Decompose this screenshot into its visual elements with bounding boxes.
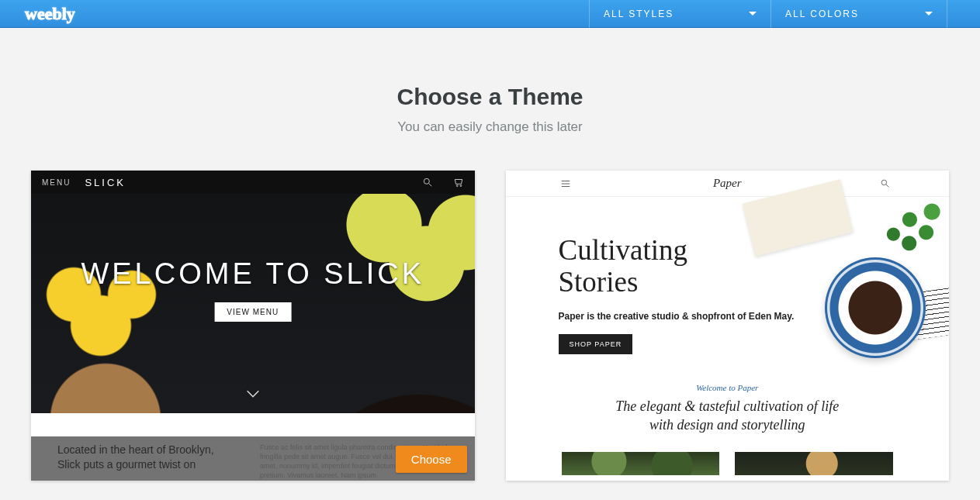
svg-point-0 xyxy=(424,178,429,184)
page-heading: Choose a Theme You can easily change thi… xyxy=(0,84,980,135)
slick-preview-hero: MENU SLICK WELCOME TO SLICK VIEW MENU xyxy=(31,171,475,413)
caret-down-icon xyxy=(925,12,933,16)
paper-preview-mid: Welcome to Paper The elegant & tasteful … xyxy=(506,383,950,435)
styles-dropdown[interactable]: ALL STYLES xyxy=(589,0,770,28)
svg-line-1 xyxy=(428,184,431,187)
paper-thumb-2 xyxy=(735,452,893,475)
paper-welcome: Welcome to Paper xyxy=(506,383,950,392)
caret-down-icon xyxy=(749,12,757,16)
page-subtitle: You can easily change this later xyxy=(0,119,980,135)
paper-shop-button: SHOP PAPER xyxy=(559,334,633,354)
colors-dropdown-label: ALL COLORS xyxy=(785,9,859,19)
paper-preview-thumbs xyxy=(506,452,950,475)
top-bar: weebly ALL STYLES ALL COLORS xyxy=(0,0,980,28)
paper-blurb: The elegant & tasteful cultivation of li… xyxy=(506,397,950,435)
slick-preview-nav: MENU SLICK xyxy=(31,171,475,194)
svg-point-3 xyxy=(460,185,462,187)
paper-preview-hero: Cultivating Stories Paper is the creativ… xyxy=(506,197,950,383)
slick-brand: SLICK xyxy=(85,177,126,188)
paper-brand: Paper xyxy=(713,177,742,190)
hamburger-icon xyxy=(560,178,571,189)
brand-logo[interactable]: weebly xyxy=(25,4,75,24)
svg-line-8 xyxy=(886,184,888,187)
styles-dropdown-label: ALL STYLES xyxy=(604,9,674,19)
slick-lower-headline: Located in the heart of Brooklyn, Slick … xyxy=(31,436,254,481)
theme-card-slick[interactable]: MENU SLICK WELCOME TO SLICK VIEW MENU Lo… xyxy=(31,171,475,481)
choose-button[interactable]: Choose xyxy=(396,446,467,473)
chevron-down-icon xyxy=(244,385,261,402)
paper-hero-line2: Stories xyxy=(559,266,639,298)
colors-dropdown[interactable]: ALL COLORS xyxy=(770,0,947,28)
slick-hero-title: WELCOME TO SLICK xyxy=(31,257,475,291)
slick-preview-divider xyxy=(31,413,475,436)
svg-point-7 xyxy=(881,180,887,185)
paper-preview-nav: Paper xyxy=(506,171,950,197)
cart-icon xyxy=(453,177,464,188)
paper-thumb-1 xyxy=(562,452,720,475)
theme-card-paper[interactable]: Paper Cultivating Stories Paper is the c… xyxy=(506,171,950,481)
paper-blurb-line1: The elegant & tasteful cultivation of li… xyxy=(615,398,839,414)
paper-hero-line1: Cultivating xyxy=(559,234,688,266)
theme-gallery: MENU SLICK WELCOME TO SLICK VIEW MENU Lo… xyxy=(0,135,980,481)
search-icon xyxy=(880,178,890,188)
search-icon xyxy=(422,177,433,188)
svg-point-2 xyxy=(456,185,458,187)
slick-menu-label: MENU xyxy=(42,178,71,187)
coffee-cup-decor-icon xyxy=(825,257,926,358)
slick-view-menu-button: VIEW MENU xyxy=(214,302,291,322)
page-title: Choose a Theme xyxy=(0,84,980,110)
paper-blurb-line2: with design and storytelling xyxy=(649,417,805,433)
